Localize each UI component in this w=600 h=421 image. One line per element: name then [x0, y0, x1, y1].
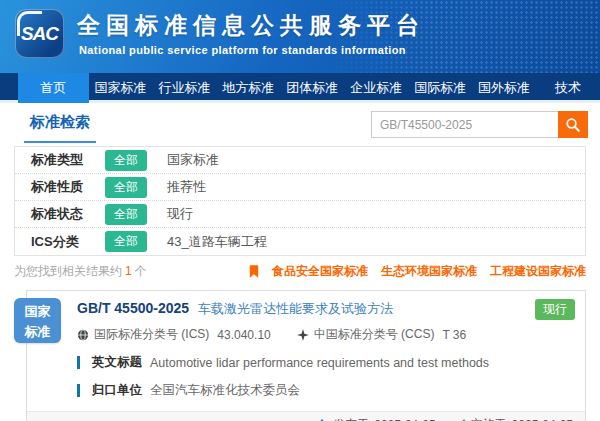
search-group — [371, 111, 588, 138]
site-header: SAC 全国标准信息公共服务平台 National public service… — [0, 0, 600, 73]
filter-row-standard-status: 标准状态 全部 现行 — [15, 201, 585, 228]
summary-count: 1 — [122, 264, 135, 278]
filter-all-badge[interactable]: 全部 — [105, 177, 147, 198]
implemented-date-item: 实施于 2025-04-25 — [454, 416, 573, 421]
status-badge: 现行 — [535, 299, 575, 320]
search-button[interactable] — [558, 111, 588, 138]
tab-international-standards[interactable]: 国际标准 — [408, 73, 472, 103]
filter-label: 标准状态 — [31, 205, 95, 223]
filter-panel: 标准类型 全部 国家标准 标准性质 全部 推荐性 标准状态 全部 现行 ICS分… — [14, 146, 586, 256]
blue-bar-decoration — [77, 384, 80, 397]
standard-title[interactable]: 车载激光雷达性能要求及试验方法 — [198, 300, 393, 318]
filter-label: 标准性质 — [31, 178, 95, 196]
search-icon — [565, 117, 581, 133]
search-section: 标准检索 — [0, 103, 600, 145]
filter-option[interactable]: 现行 — [167, 205, 193, 223]
summary-suffix: 个 — [135, 264, 147, 278]
site-title: 全国标准信息公共服务平台 — [77, 10, 425, 41]
tab-enterprise-standards[interactable]: 企业标准 — [344, 73, 408, 103]
badge-line1: 国家 — [14, 302, 61, 322]
published-date-item: 发布于 2025-04-25 — [316, 416, 435, 421]
tab-industry-standards[interactable]: 行业标准 — [152, 73, 216, 103]
quick-link-eco-environment[interactable]: 生态环境国家标准 — [381, 263, 477, 280]
published-label: 发布于 — [333, 416, 369, 421]
tab-home[interactable]: 首页 — [18, 73, 89, 103]
ics-label: 国际标准分类号 (ICS) — [94, 326, 209, 343]
standard-title-link[interactable]: GB/T 45500-2025 车载激光雷达性能要求及试验方法 — [77, 300, 575, 318]
filter-all-badge[interactable]: 全部 — [105, 231, 147, 252]
filter-row-standard-nature: 标准性质 全部 推荐性 — [15, 174, 585, 201]
filter-row-ics-class: ICS分类 全部 43_道路车辆工程 — [15, 228, 585, 255]
card-body: GB/T 45500-2025 车载激光雷达性能要求及试验方法 国际标准分类号 … — [27, 291, 585, 399]
ccs-value: T 36 — [442, 328, 466, 342]
bookmark-icon — [249, 265, 259, 278]
results-summary-row: 为您找到相关结果约1个 食品安全国家标准 生态环境国家标准 工程建设国家标准 — [14, 262, 586, 280]
quick-link-food-safety[interactable]: 食品安全国家标准 — [272, 263, 368, 280]
filter-option[interactable]: 43_道路车辆工程 — [167, 233, 267, 251]
filter-all-badge[interactable]: 全部 — [105, 150, 147, 171]
tab-local-standards[interactable]: 地方标准 — [216, 73, 280, 103]
filter-option[interactable]: 推荐性 — [167, 178, 206, 196]
site-subtitle: National public service platform for sta… — [79, 44, 406, 56]
english-title-label: 英文标题 — [92, 354, 142, 371]
quick-link-engineering[interactable]: 工程建设国家标准 — [490, 263, 586, 280]
english-title-value: Automotive lidar performance requirement… — [150, 356, 489, 370]
summary-prefix: 为您找到相关结果约 — [14, 264, 122, 278]
implemented-date: 2025-04-25 — [512, 418, 573, 421]
sac-logo-text: SAC — [21, 23, 58, 45]
card-footer: 发布于 2025-04-25 实施于 2025-04-25 — [27, 411, 585, 421]
section-title-standard-search: 标准检索 — [30, 113, 96, 143]
department-row: 归口单位 全国汽车标准化技术委员会 — [77, 382, 575, 399]
four-point-star-icon — [297, 329, 309, 341]
published-date: 2025-04-25 — [374, 418, 435, 421]
tab-foreign-standards[interactable]: 国外标准 — [472, 73, 536, 103]
quick-links: 食品安全国家标准 生态环境国家标准 工程建设国家标准 — [249, 263, 586, 280]
filter-all-badge[interactable]: 全部 — [105, 204, 147, 225]
department-label: 归口单位 — [92, 382, 142, 399]
department-value: 全国汽车标准化技术委员会 — [150, 382, 300, 399]
classification-row: 国际标准分类号 (ICS) 43.040.10 中国标准分类号 (CCS) T … — [77, 326, 575, 343]
national-standard-badge: 国家 标准 — [14, 298, 61, 343]
sac-logo[interactable]: SAC — [15, 9, 64, 58]
standard-code[interactable]: GB/T 45500-2025 — [77, 300, 189, 316]
main-nav: 首页 国家标准 行业标准 地方标准 团体标准 企业标准 国际标准 国外标准 技术 — [0, 73, 600, 103]
english-title-row: 英文标题 Automotive lidar performance requir… — [77, 354, 575, 371]
results-summary: 为您找到相关结果约1个 — [14, 263, 147, 280]
badge-line2: 标准 — [14, 322, 61, 342]
filter-option[interactable]: 国家标准 — [167, 151, 219, 169]
ccs-label: 中国标准分类号 (CCS) — [314, 326, 435, 343]
filter-label: ICS分类 — [31, 233, 95, 251]
filter-row-standard-type: 标准类型 全部 国家标准 — [15, 147, 585, 174]
tab-national-standards[interactable]: 国家标准 — [89, 73, 153, 103]
tab-technical[interactable]: 技术 — [536, 73, 600, 103]
blue-bar-decoration — [77, 356, 80, 369]
filter-label: 标准类型 — [31, 151, 95, 169]
search-input[interactable] — [371, 111, 558, 138]
implemented-label: 实施于 — [471, 416, 507, 421]
tab-group-standards[interactable]: 团体标准 — [280, 73, 344, 103]
ics-value: 43.040.10 — [217, 328, 270, 342]
standard-result-card: 国家 标准 现行 GB/T 45500-2025 车载激光雷达性能要求及试验方法… — [26, 290, 586, 421]
globe-icon — [77, 329, 89, 341]
